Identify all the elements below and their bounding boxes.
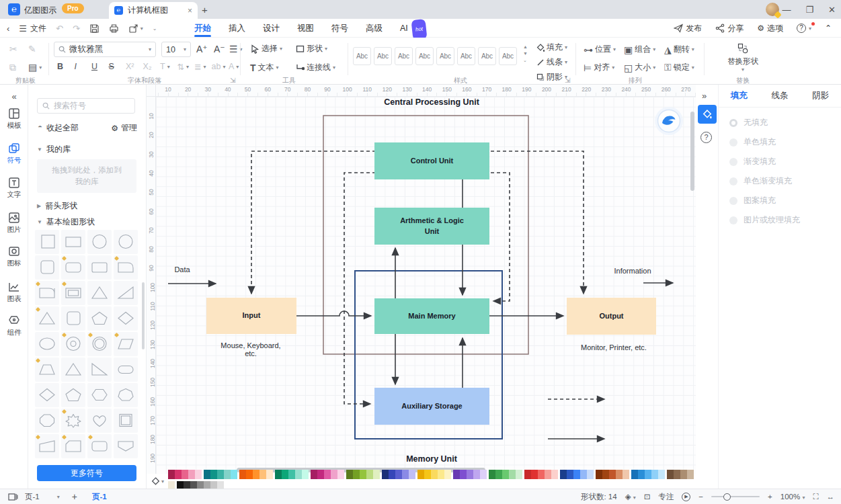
- undo-button[interactable]: ↶: [56, 24, 63, 34]
- color-swatch[interactable]: [538, 470, 545, 479]
- style-preset-6[interactable]: Abc: [457, 47, 475, 65]
- color-swatch[interactable]: [346, 470, 353, 479]
- fill-option-1[interactable]: 无填充: [719, 113, 841, 132]
- shape-diamond[interactable]: [114, 306, 138, 331]
- color-swatch[interactable]: [302, 470, 309, 479]
- symbol-search-input[interactable]: 搜索符号: [37, 98, 135, 114]
- color-swatch[interactable]: [674, 470, 680, 479]
- color-swatch[interactable]: [331, 470, 337, 479]
- options-button[interactable]: ⚙选项: [757, 23, 783, 34]
- focus-frame-icon[interactable]: ⊡: [644, 492, 651, 501]
- line-button[interactable]: 线条▾: [536, 56, 567, 68]
- canvas-vertical-scrollbar[interactable]: [690, 112, 694, 191]
- diagram-node-control-unit[interactable]: Control Unit: [374, 142, 489, 179]
- sidebar-item-文字[interactable]: 文字: [0, 177, 28, 200]
- diagram-node-output[interactable]: Output: [567, 298, 656, 335]
- color-swatch[interactable]: [560, 470, 567, 479]
- superscript-button[interactable]: X²: [126, 62, 134, 71]
- color-swatch[interactable]: [616, 470, 623, 479]
- paste-button[interactable]: ▤▾: [28, 62, 42, 73]
- help-button[interactable]: ?▾: [797, 24, 811, 33]
- color-swatch[interactable]: [224, 470, 231, 479]
- color-swatch[interactable]: [204, 470, 210, 479]
- sidebar-item-图表[interactable]: 图表: [0, 281, 28, 304]
- shape-framed-rect[interactable]: [61, 281, 85, 305]
- group-button[interactable]: ▣组合▾: [624, 44, 655, 55]
- color-swatch[interactable]: [567, 470, 573, 479]
- zoom-slider[interactable]: [711, 496, 760, 497]
- manage-button[interactable]: ⚙管理: [111, 122, 137, 134]
- color-swatch[interactable]: [516, 470, 522, 479]
- shape-diamond[interactable]: [35, 383, 59, 407]
- fit-screen-icon[interactable]: ⛶: [813, 493, 818, 501]
- align-shapes-button[interactable]: ⊨对齐▾: [584, 62, 614, 73]
- canvas[interactable]: Control UnitArthmetic & Logic UnitMain M…: [156, 97, 696, 474]
- export-button[interactable]: ▾: [128, 24, 143, 34]
- color-swatch[interactable]: [453, 470, 460, 479]
- color-swatch[interactable]: [524, 470, 531, 479]
- lock-button[interactable]: ⚿锁定▾: [664, 62, 694, 73]
- style-preset-7[interactable]: Abc: [478, 47, 496, 65]
- highlight-color-button[interactable]: A▾: [229, 62, 239, 71]
- color-swatch[interactable]: [210, 470, 217, 479]
- menu-符号[interactable]: 符号: [323, 19, 357, 38]
- color-swatch[interactable]: [638, 470, 645, 479]
- color-swatch[interactable]: [253, 470, 259, 479]
- shape-square[interactable]: [35, 230, 59, 254]
- color-swatch[interactable]: [580, 470, 587, 479]
- copy-button[interactable]: ⧉: [9, 62, 16, 73]
- fill-color-button[interactable]: ▾: [151, 477, 164, 486]
- text-tool-button[interactable]: T文本▾: [250, 62, 279, 73]
- shape-tool-button[interactable]: 形状▾: [296, 43, 327, 54]
- color-swatch[interactable]: [609, 470, 616, 479]
- style-preset-2[interactable]: Abc: [374, 47, 392, 65]
- color-swatch[interactable]: [651, 470, 658, 479]
- save-button[interactable]: [89, 24, 99, 34]
- format-tab-阴影[interactable]: 阴影: [800, 90, 841, 101]
- shape-pentagon[interactable]: [61, 383, 85, 407]
- shape-triangle[interactable]: [87, 281, 112, 305]
- shadow-button[interactable]: 阴影▾: [536, 71, 567, 83]
- font-color-button[interactable]: T▾: [160, 62, 170, 71]
- redo-button[interactable]: ↷: [73, 24, 80, 34]
- color-swatch[interactable]: [409, 470, 415, 479]
- presentation-play-button[interactable]: ▶: [682, 493, 690, 501]
- share-button[interactable]: 分享: [715, 23, 744, 34]
- zoom-out-button[interactable]: −: [698, 493, 703, 501]
- shape-circle[interactable]: [87, 230, 112, 254]
- replace-shape-button[interactable]: 替换形状 ▾: [713, 43, 773, 73]
- decrease-font-button[interactable]: A⁻: [214, 44, 225, 54]
- fill-option-6[interactable]: 图片或纹理填充: [719, 210, 841, 230]
- cut-button[interactable]: ✂: [9, 44, 17, 54]
- shape-snip-rect[interactable]: [61, 434, 85, 458]
- style-gallery-scroll[interactable]: ▲▼⌄: [523, 44, 528, 62]
- publish-button[interactable]: 发布: [674, 23, 702, 34]
- diagram-label[interactable]: Mouse, Keyboard, etc.: [221, 341, 280, 358]
- color-swatch[interactable]: [687, 470, 694, 479]
- right-panel-collapse-button[interactable]: »: [702, 91, 707, 101]
- color-swatch[interactable]: [502, 470, 509, 479]
- new-tab-button[interactable]: +: [202, 4, 208, 15]
- color-swatch[interactable]: [259, 470, 266, 479]
- italic-button[interactable]: I: [75, 62, 77, 71]
- section-basic-shapes[interactable]: ▼基本绘图形状: [37, 216, 95, 228]
- shape-star[interactable]: [61, 409, 85, 433]
- style-preset-1[interactable]: Abc: [353, 47, 371, 65]
- color-swatch[interactable]: [431, 470, 438, 479]
- color-swatch[interactable]: [266, 470, 273, 479]
- flip-button[interactable]: ◮翻转▾: [664, 44, 694, 55]
- shape-snip-round[interactable]: [114, 255, 138, 280]
- file-menu-button[interactable]: ☰文件: [19, 23, 46, 34]
- connector-tool-button[interactable]: 连接线▾: [296, 62, 335, 73]
- diagram-node-arthmetic-logic[interactable]: Arthmetic & Logic Unit: [374, 208, 489, 245]
- sidebar-item-符号[interactable]: 符号: [0, 142, 28, 165]
- style-preset-8[interactable]: Abc: [499, 47, 517, 65]
- menu-视图[interactable]: 视图: [288, 19, 323, 38]
- shape-parallelogram[interactable]: [114, 332, 138, 356]
- style-preset-3[interactable]: Abc: [395, 47, 413, 65]
- font-size-select[interactable]: 10▾: [161, 42, 191, 57]
- style-preset-4[interactable]: Abc: [415, 47, 434, 65]
- color-swatch[interactable]: [217, 470, 224, 479]
- layers-button[interactable]: ◈ ▾: [625, 492, 636, 501]
- shape-double-circle[interactable]: [87, 332, 112, 356]
